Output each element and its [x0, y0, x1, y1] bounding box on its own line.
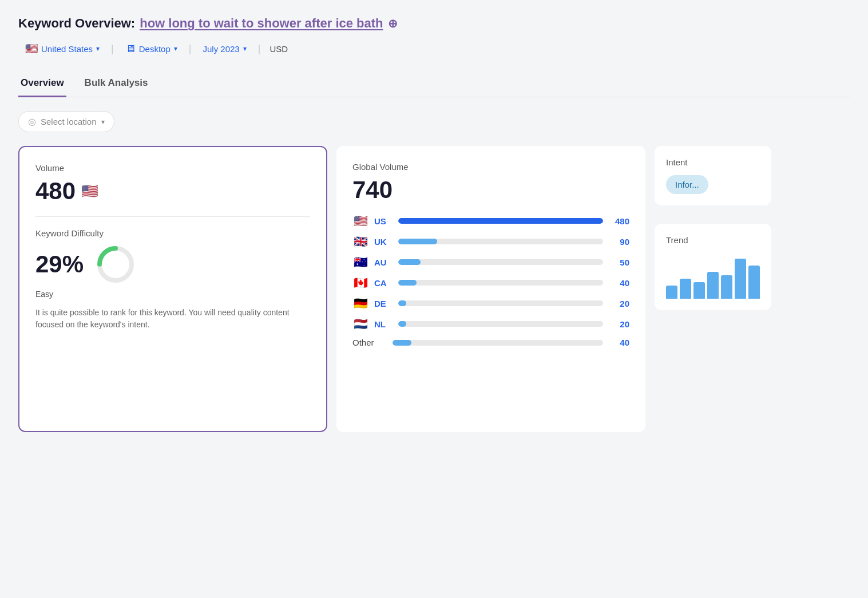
country-row: 🇦🇺 AU 50 [352, 255, 629, 269]
location-chevron: ▾ [96, 45, 100, 53]
location-flag: 🇺🇸 [25, 42, 38, 55]
kd-description: It is quite possible to rank for this ke… [35, 307, 310, 331]
country-flag: 🇳🇱 [352, 317, 368, 331]
country-row: 🇬🇧 UK 90 [352, 235, 629, 248]
trend-bar [707, 272, 719, 299]
divider-3: | [258, 43, 261, 55]
trend-bar [693, 282, 705, 299]
location-selector[interactable]: ◎ Select location ▾ [18, 111, 114, 132]
country-bar-track [398, 321, 603, 327]
country-bar-track [398, 239, 603, 244]
other-bar-track [393, 340, 603, 346]
date-label: July 2023 [203, 44, 239, 54]
device-label: Desktop [139, 44, 171, 54]
other-row: Other 40 [352, 338, 629, 347]
country-bar-fill [398, 300, 406, 306]
country-code[interactable]: UK [374, 237, 393, 247]
trend-bar [735, 259, 746, 299]
volume-label: Volume [35, 163, 310, 173]
country-bar-fill [398, 321, 406, 327]
trend-bar [680, 279, 691, 299]
kd-donut [95, 244, 136, 285]
country-value: 20 [609, 299, 629, 308]
trend-bar [721, 275, 732, 299]
page-wrapper: Keyword Overview: how long to wait to sh… [0, 0, 868, 448]
country-bar-fill [398, 239, 437, 244]
global-volume-card: Global Volume 740 🇺🇸 US 480 🇬🇧 UK 90 🇦🇺 … [336, 146, 645, 432]
country-bar-track [398, 259, 603, 265]
country-code[interactable]: NL [374, 319, 393, 329]
country-bar-fill [398, 218, 603, 224]
country-bar-track [398, 218, 603, 224]
gv-label: Global Volume [352, 162, 629, 172]
country-value: 480 [609, 216, 629, 226]
location-label: United States [41, 44, 93, 54]
country-bar-fill [398, 280, 417, 286]
country-row: 🇺🇸 US 480 [352, 214, 629, 228]
country-flag: 🇬🇧 [352, 235, 368, 248]
device-icon: 🖥 [125, 43, 136, 55]
trend-bar [748, 266, 760, 299]
country-flag: 🇺🇸 [352, 214, 368, 228]
date-button[interactable]: July 2023 ▾ [196, 41, 253, 57]
country-row: 🇩🇪 DE 20 [352, 296, 629, 310]
toolbar: 🇺🇸 United States ▾ | 🖥 Desktop ▾ | July … [18, 39, 850, 58]
cards-row: Volume 480 🇺🇸 Keyword Difficulty 29% Eas… [18, 146, 850, 432]
intent-badge: Infor... [666, 175, 708, 194]
device-button[interactable]: 🖥 Desktop ▾ [118, 39, 184, 58]
location-selector-chevron: ▾ [101, 118, 105, 126]
location-selector-label: Select location [41, 117, 97, 126]
country-rows: 🇺🇸 US 480 🇬🇧 UK 90 🇦🇺 AU 50 🇨🇦 CA [352, 214, 629, 331]
country-value: 40 [609, 278, 629, 288]
trend-bar [666, 286, 677, 299]
country-value: 90 [609, 237, 629, 247]
volume-value: 480 🇺🇸 [35, 177, 310, 205]
device-chevron: ▾ [174, 45, 177, 53]
kd-row: 29% [35, 244, 310, 285]
trend-card-title: Trend [666, 235, 760, 245]
country-flag: 🇩🇪 [352, 296, 368, 310]
country-code[interactable]: DE [374, 299, 393, 308]
date-chevron: ▾ [243, 45, 247, 53]
country-code[interactable]: CA [374, 278, 393, 288]
country-code[interactable]: US [374, 216, 393, 226]
country-code[interactable]: AU [374, 258, 393, 267]
tabs-bar: Overview Bulk Analysis [18, 70, 850, 97]
divider-1: | [111, 43, 114, 55]
page-header: Keyword Overview: how long to wait to sh… [18, 16, 850, 58]
add-icon[interactable]: ⊕ [388, 17, 398, 30]
right-panel: Intent Infor... Trend [655, 146, 771, 310]
kd-label: Keyword Difficulty [35, 228, 310, 238]
country-bar-track [398, 300, 603, 306]
other-label: Other [352, 338, 387, 347]
tab-overview[interactable]: Overview [18, 70, 66, 97]
volume-divider [35, 216, 310, 217]
intent-card: Intent Infor... [655, 146, 771, 205]
intent-card-title: Intent [666, 157, 760, 167]
other-bar-fill [393, 340, 411, 346]
tab-bulk-analysis[interactable]: Bulk Analysis [82, 70, 150, 97]
location-pin-icon: ◎ [28, 116, 36, 127]
page-title: Keyword Overview: how long to wait to sh… [18, 16, 850, 31]
title-prefix: Keyword Overview: [18, 16, 135, 31]
currency-label: USD [265, 41, 292, 57]
country-flag: 🇦🇺 [352, 255, 368, 269]
country-value: 20 [609, 319, 629, 329]
country-flag: 🇨🇦 [352, 276, 368, 290]
kd-value: 29% [35, 251, 84, 278]
country-bar-track [398, 280, 603, 286]
divider-2: | [189, 43, 192, 55]
kd-easy-label: Easy [35, 290, 310, 299]
trend-bar-area [666, 253, 760, 299]
country-row: 🇳🇱 NL 20 [352, 317, 629, 331]
country-bar-fill [398, 259, 421, 265]
trend-card: Trend [655, 224, 771, 310]
gv-value: 740 [352, 176, 629, 204]
country-value: 50 [609, 258, 629, 267]
country-row: 🇨🇦 CA 40 [352, 276, 629, 290]
volume-card: Volume 480 🇺🇸 Keyword Difficulty 29% Eas… [18, 146, 327, 432]
location-button[interactable]: 🇺🇸 United States ▾ [18, 39, 106, 58]
other-value: 40 [609, 338, 629, 347]
keyword-text: how long to wait to shower after ice bat… [140, 16, 383, 31]
